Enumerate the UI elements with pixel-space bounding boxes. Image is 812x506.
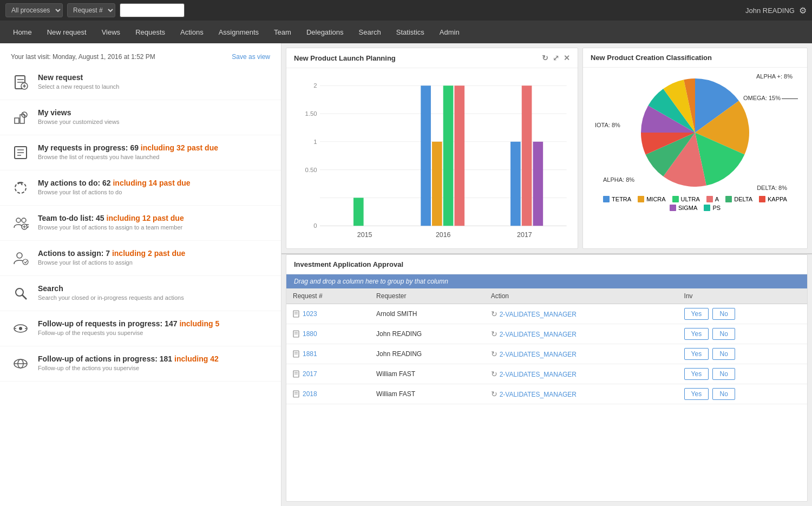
link-2017[interactable]: 2017: [303, 370, 317, 378]
save-as-view-link[interactable]: Save as view: [232, 53, 270, 61]
drag-drop-bar: Drag and drop a column here to group by …: [286, 274, 807, 288]
new-request-icon: [11, 73, 30, 92]
sidebar-desc-new-request: Select a new request to launch: [38, 83, 119, 90]
link-2018[interactable]: 2018: [303, 390, 317, 398]
sidebar-title-search: Search: [38, 284, 184, 293]
nav-assignments[interactable]: Assignments: [211, 21, 266, 43]
my-requests-icon: [11, 143, 30, 162]
link-action-1023[interactable]: 2-VALIDATES_MANAGER: [500, 311, 577, 318]
nav-delegations[interactable]: Delegations: [299, 21, 351, 43]
sidebar-text-followup-requests: Follow-up of requests in progress: 147 i…: [38, 319, 219, 336]
search-sidebar-icon: [11, 284, 30, 303]
nav-statistics[interactable]: Statistics: [389, 21, 432, 43]
svg-text:2015: 2015: [357, 231, 372, 239]
sidebar-title-my-views: My views: [38, 108, 119, 117]
link-action-2017[interactable]: 2-VALIDATES_MANAGER: [500, 371, 577, 378]
main-layout: Your last visit: Monday, August 1, 2016 …: [0, 43, 812, 506]
sidebar-item-search[interactable]: Search Search your closed or in-progress…: [0, 276, 281, 311]
cell-req-1881: 1881: [286, 344, 370, 364]
nav-search[interactable]: Search: [351, 21, 389, 43]
no-button-2017[interactable]: No: [712, 368, 735, 380]
request-select[interactable]: Request #: [67, 3, 115, 17]
refresh-icon[interactable]: ↻: [542, 54, 548, 62]
search-input[interactable]: [120, 3, 185, 17]
nav-bar: Home New request Views Requests Actions …: [0, 21, 812, 43]
sidebar-text-new-request: New request Select a new request to laun…: [38, 73, 119, 90]
yes-button-1880[interactable]: Yes: [684, 328, 709, 340]
table-row: 2017 William FAST ↻2-VALIDATES_MANAGER Y…: [286, 364, 807, 384]
sidebar: Your last visit: Monday, August 1, 2016 …: [0, 43, 281, 506]
cell-req-1880-action: ↻2-VALIDATES_MANAGER: [484, 324, 678, 344]
action-sync-icon: ↻: [491, 310, 497, 318]
cell-req-2018-yn: Yes No: [678, 384, 807, 404]
nav-home[interactable]: Home: [5, 21, 40, 43]
cell-req-1881-action: ↻2-VALIDATES_MANAGER: [484, 344, 678, 364]
nav-admin[interactable]: Admin: [432, 21, 467, 43]
sidebar-desc-followup-requests: Follow-up of the requests you supervise: [38, 330, 219, 336]
yes-button-2017[interactable]: Yes: [684, 368, 709, 380]
sidebar-text-search: Search Search your closed or in-progress…: [38, 284, 184, 301]
sidebar-item-my-actions[interactable]: My actions to do: 62 including 14 past d…: [0, 170, 281, 206]
right-panel: New Product Launch Planning ↻ ⤢ ✕: [281, 43, 812, 506]
cell-req-1023-requester: Arnold SMITH: [370, 304, 484, 324]
sidebar-title-team-todo: Team to-do list: 45 including 12 past du…: [38, 213, 184, 223]
close-chart-icon[interactable]: ✕: [564, 54, 570, 62]
sidebar-item-followup-requests[interactable]: Follow-up of requests in progress: 147 i…: [0, 311, 281, 346]
nav-team[interactable]: Team: [266, 21, 299, 43]
nav-requests[interactable]: Requests: [128, 21, 173, 43]
no-button-1881[interactable]: No: [712, 348, 735, 360]
expand-icon[interactable]: ⤢: [553, 54, 559, 62]
link-action-1880[interactable]: 2-VALIDATES_MANAGER: [500, 331, 577, 338]
bar-chart-body: 2 1.50 1 0.50 0: [286, 68, 578, 249]
col-requester: Requester: [370, 288, 484, 304]
link-1881[interactable]: 1881: [303, 350, 317, 358]
nav-new-request[interactable]: New request: [40, 21, 94, 43]
legend-a: A: [706, 196, 719, 202]
my-actions-icon: [11, 178, 30, 198]
table-panel-header: Investment Application Approval: [286, 255, 807, 274]
link-action-1881[interactable]: 2-VALIDATES_MANAGER: [500, 351, 577, 358]
sidebar-item-team-todo[interactable]: Team to-do list: 45 including 12 past du…: [0, 206, 281, 241]
sidebar-title-my-requests: My requests in progress: 69 including 32…: [38, 143, 218, 153]
no-button-1880[interactable]: No: [712, 328, 735, 340]
nav-actions[interactable]: Actions: [173, 21, 211, 43]
svg-text:0: 0: [313, 222, 317, 229]
sidebar-item-followup-actions[interactable]: Follow-up of actions in progress: 181 in…: [0, 346, 281, 382]
table-panel: Investment Application Approval Drag and…: [286, 254, 808, 502]
no-button-1023[interactable]: No: [712, 308, 735, 320]
yes-button-2018[interactable]: Yes: [684, 388, 709, 400]
sidebar-item-my-requests[interactable]: My requests in progress: 69 including 32…: [0, 135, 281, 170]
sidebar-item-actions-assign[interactable]: Actions to assign: 7 including 2 past du…: [0, 241, 281, 276]
cell-req-1023-yn: Yes No: [678, 304, 807, 324]
table-head: Request # Requester Action Inv: [286, 288, 807, 304]
drag-drop-label: Drag and drop a column here to group by …: [294, 278, 448, 285]
gear-icon[interactable]: ⚙: [799, 5, 807, 16]
table-row: 1023 Arnold SMITH ↻2-VALIDATES_MANAGER Y…: [286, 304, 807, 324]
legend-sigma: SIGMA: [670, 205, 697, 211]
yes-button-1881[interactable]: Yes: [684, 348, 709, 360]
bar-chart-panel: New Product Launch Planning ↻ ⤢ ✕: [286, 48, 578, 249]
cell-req-2017-requester: William FAST: [370, 364, 484, 384]
legend-kappa: KAPPA: [759, 196, 787, 202]
cell-req-1881-yn: Yes No: [678, 344, 807, 364]
yes-button-1023[interactable]: Yes: [684, 308, 709, 320]
sidebar-title-followup-actions: Follow-up of actions in progress: 181 in…: [38, 354, 219, 364]
data-table: Request # Requester Action Inv 1023 Arno…: [286, 288, 807, 404]
highlight-followup-actions: including 42: [174, 354, 219, 363]
nav-views[interactable]: Views: [94, 21, 128, 43]
process-select[interactable]: All processes: [5, 3, 63, 17]
link-1880[interactable]: 1880: [303, 330, 317, 338]
sidebar-desc-actions-assign: Browse your list of actions to assign: [38, 259, 185, 266]
no-button-2018[interactable]: No: [712, 388, 735, 400]
svg-text:2: 2: [313, 82, 317, 89]
sidebar-item-my-views[interactable]: My views Browse your customized views: [0, 100, 281, 135]
highlight-team-todo: including 12 past due: [107, 214, 184, 222]
link-1023[interactable]: 1023: [303, 310, 317, 318]
pie-legend: TETRA MICRA ULTRA A DELTA KAPPA SIGMA PS: [588, 196, 802, 211]
sidebar-item-new-request[interactable]: New request Select a new request to laun…: [0, 65, 281, 100]
chart-controls: ↻ ⤢ ✕: [542, 54, 570, 62]
link-action-2018[interactable]: 2-VALIDATES_MANAGER: [500, 391, 577, 398]
pie-label-omega: OMEGA: 15%: [743, 95, 798, 101]
svg-rect-46: [510, 142, 521, 226]
bar-chart-header: New Product Launch Planning ↻ ⤢ ✕: [286, 48, 578, 68]
